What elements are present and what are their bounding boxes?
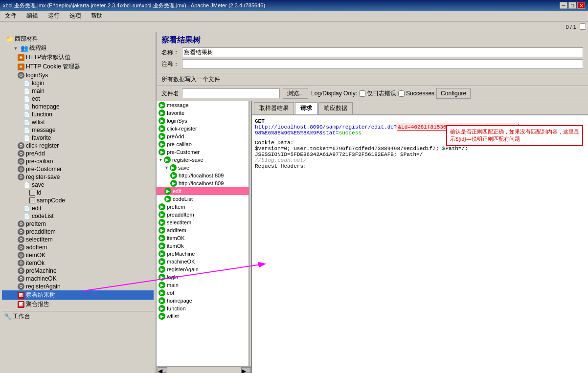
tree-label: 察看结果树 bbox=[26, 291, 55, 299]
inner-tree-preadd[interactable]: ▶ preAdd bbox=[157, 132, 249, 140]
inner-tree-http2[interactable]: ▶ http://localhost:809 bbox=[157, 179, 249, 187]
file-name-input[interactable] bbox=[182, 88, 280, 98]
tree-item-eot[interactable]: 📄 eot bbox=[2, 95, 154, 103]
inner-tree-codelist[interactable]: ▶ codeList bbox=[157, 195, 249, 203]
inner-tree-pre-cailiao[interactable]: ▶ pre-cailiao bbox=[157, 140, 249, 148]
log-errors-label[interactable]: 仅日志错误 bbox=[359, 89, 396, 98]
menu-options[interactable]: 选项 bbox=[67, 11, 84, 21]
inner-tree-pre-customer[interactable]: ▶ pre-Customer bbox=[157, 148, 249, 156]
inner-tree-favorite[interactable]: ▶ favorite bbox=[157, 109, 249, 117]
tree-item-premachine[interactable]: ⚙ preMachine bbox=[2, 267, 154, 275]
toolbar-checkbox[interactable] bbox=[580, 23, 586, 30]
minimize-button[interactable]: ─ bbox=[560, 2, 567, 9]
inner-tree-machineok[interactable]: ▶ machineOK bbox=[157, 258, 249, 265]
successes-label[interactable]: Successes bbox=[398, 90, 434, 97]
tree-item-view-results[interactable]: 📊 察看结果树 bbox=[2, 290, 154, 300]
tab-response-data[interactable]: 响应数据 bbox=[318, 102, 353, 114]
inner-tree-login[interactable]: ▶ login bbox=[157, 273, 249, 281]
tree-item-edit[interactable]: 📄 edit bbox=[2, 204, 154, 212]
tree-item-sampcode[interactable]: sampCode bbox=[2, 197, 154, 204]
tree-item-aggregate[interactable]: 📊 聚合报告 bbox=[2, 300, 154, 309]
tree-item-register-save[interactable]: ⚙ register-save bbox=[2, 173, 154, 181]
tree-item-codelist[interactable]: 📄 codeList bbox=[2, 212, 154, 220]
tree-item-pre-cailiao[interactable]: ⚙ pre-cailiao bbox=[2, 157, 154, 165]
inner-tree-message[interactable]: ▶ message bbox=[157, 101, 249, 109]
menu-help[interactable]: 帮助 bbox=[88, 11, 106, 21]
inner-tree-main[interactable]: ▶ main bbox=[157, 281, 249, 289]
log-display-label: Log/Display Only: bbox=[311, 90, 357, 97]
log-errors-checkbox[interactable] bbox=[359, 90, 365, 97]
green-icon: ▶ bbox=[170, 180, 177, 187]
inner-tree-click-register[interactable]: ▶ click-register bbox=[157, 125, 249, 132]
tree-item-machineok[interactable]: ⚙ machineOK bbox=[2, 275, 154, 283]
tree-item-save[interactable]: 📄 save bbox=[2, 181, 154, 189]
tree-item-http-default[interactable]: H HTTP请求默认值 bbox=[2, 53, 154, 62]
menu-edit[interactable]: 编辑 bbox=[23, 11, 41, 21]
scroll-right-btn[interactable]: ▶ bbox=[241, 367, 251, 373]
tree-item-wflist[interactable]: 📄 wflist bbox=[2, 118, 154, 126]
inner-tree-eot[interactable]: ▶ eot bbox=[157, 289, 249, 297]
inner-tree-edit[interactable]: ▶ edit bbox=[157, 187, 249, 195]
tree-item-id[interactable]: id bbox=[2, 189, 154, 197]
tree-item-itemok[interactable]: ⚙ itemOK bbox=[2, 251, 154, 259]
cookie-line1: $Version=0; user.tocket=6796f67cdfed4738… bbox=[255, 146, 585, 152]
tree-item-loginsys[interactable]: ⚙ loginSys bbox=[2, 71, 154, 79]
inner-tree-function[interactable]: ▶ function bbox=[157, 305, 249, 312]
tree-item-additem[interactable]: ⚙ addItem bbox=[2, 243, 154, 251]
name-input[interactable] bbox=[182, 47, 583, 57]
tree-label: function bbox=[32, 111, 52, 118]
toolbar-bar: 0 / 1 bbox=[0, 22, 588, 32]
inner-tree-save[interactable]: ▼ ▶ save bbox=[157, 164, 249, 172]
inner-tree-wflist[interactable]: ▶ wflist bbox=[157, 312, 249, 320]
gear-icon: ⚙ bbox=[18, 72, 24, 79]
inner-tree-selectitem[interactable]: ▶ selectItem bbox=[157, 219, 249, 226]
close-button[interactable]: ✕ bbox=[577, 2, 585, 9]
tree-item-preadd[interactable]: ⚙ preAdd bbox=[2, 150, 154, 157]
inner-tree-registeragain[interactable]: ▶ registerAgain bbox=[157, 265, 249, 273]
inner-tree-homepage[interactable]: ▶ homepage bbox=[157, 297, 249, 305]
menu-run[interactable]: 运行 bbox=[45, 11, 63, 21]
tree-item-xibucailiao[interactable]: 📁 西部材料 bbox=[2, 34, 154, 44]
tree-item-homepage[interactable]: 📄 homepage bbox=[2, 103, 154, 110]
scroll-left-btn[interactable]: ◀ bbox=[158, 367, 167, 373]
tree-label: register-save bbox=[26, 174, 60, 180]
tree-item-preitem[interactable]: ⚙ preItem bbox=[2, 220, 154, 228]
inner-tree-preitem[interactable]: ▶ preItem bbox=[157, 203, 249, 211]
tree-item-preadditem[interactable]: ⚙ preaddItem bbox=[2, 228, 154, 236]
tree-item-selectitem[interactable]: ⚙ selectItem bbox=[2, 236, 154, 243]
inner-tree-additem[interactable]: ▶ addItem bbox=[157, 226, 249, 234]
inner-tree-preadditem[interactable]: ▶ preaddItem bbox=[157, 211, 249, 219]
inner-tree-http1[interactable]: ▶ http://localhost:809 bbox=[157, 172, 249, 179]
green-icon: ▶ bbox=[158, 125, 165, 132]
comment-input[interactable] bbox=[182, 59, 583, 69]
inner-tree-itemok2[interactable]: ▶ itemOk bbox=[157, 242, 249, 250]
browse-button[interactable]: 浏览... bbox=[283, 88, 308, 99]
tree-item-function[interactable]: 📄 function bbox=[2, 110, 154, 118]
horizontal-scrollbar[interactable]: ◀ ▶ bbox=[157, 366, 251, 373]
tree-item-click-register[interactable]: ⚙ click-register bbox=[2, 142, 154, 150]
menu-file[interactable]: 文件 bbox=[2, 11, 20, 21]
tab-sampler-results[interactable]: 取样器结果 bbox=[254, 102, 294, 114]
inner-tree-premachine[interactable]: ▶ preMachine bbox=[157, 250, 249, 258]
maximize-button[interactable]: □ bbox=[568, 2, 576, 9]
inner-tree-register-save[interactable]: ▼ ▶ register-save bbox=[157, 156, 249, 164]
successes-checkbox[interactable] bbox=[398, 90, 405, 97]
inner-tree-loginsys[interactable]: ▶ loginSys bbox=[157, 117, 249, 125]
tree-item-threadgroup[interactable]: ▼ 👥 线程组 bbox=[2, 44, 154, 53]
configure-button[interactable]: Configure bbox=[436, 88, 471, 99]
tree-item-itemok2[interactable]: ⚙ itemOk bbox=[2, 259, 154, 267]
window-controls[interactable]: ─ □ ✕ bbox=[560, 2, 585, 9]
tree-item-login[interactable]: 📄 login bbox=[2, 79, 154, 87]
tree-label: itemOK bbox=[26, 252, 45, 259]
green-icon: ▶ bbox=[158, 149, 165, 155]
tab-request[interactable]: 请求 bbox=[295, 102, 317, 114]
tree-item-favorite[interactable]: 📄 favorite bbox=[2, 134, 154, 142]
tree-item-registeragain[interactable]: ⚙ registerAgain bbox=[2, 283, 154, 290]
tree-item-message[interactable]: 📄 message bbox=[2, 126, 154, 134]
workbench-item[interactable]: 🔧 工作台 bbox=[2, 311, 154, 322]
tree-item-main[interactable]: 📄 main bbox=[2, 87, 154, 95]
tree-label: selectItem bbox=[26, 236, 53, 243]
tree-item-cookie-mgr[interactable]: H HTTP Cookie 管理器 bbox=[2, 62, 154, 71]
inner-tree-itemok[interactable]: ▶ itemOK bbox=[157, 234, 249, 242]
tree-item-pre-customer[interactable]: ⚙ pre-Customer bbox=[2, 165, 154, 173]
